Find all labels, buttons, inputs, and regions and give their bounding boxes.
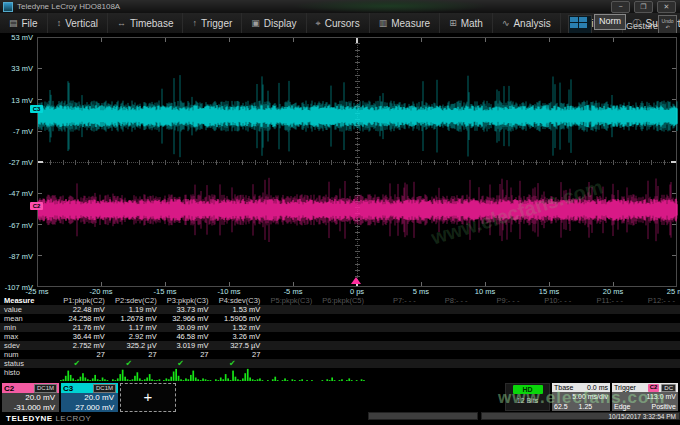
measure-cell: 22.48 mV [58, 305, 110, 314]
measure-col-header-p12[interactable]: P12:- - - [628, 296, 680, 305]
measure-col-header-p8[interactable]: P8:- - - [421, 296, 473, 305]
measure-cell: 1.52 mV [213, 323, 265, 332]
menu-item-trigger[interactable]: ↑Trigger [183, 13, 242, 33]
histo-chart-p4 [213, 368, 265, 382]
channel-offset: -31.000 mV [2, 403, 59, 413]
title-bar: Teledyne LeCroy HDO8108A − ❐ ✕ [0, 0, 680, 13]
y-axis-label: -67 mV [0, 221, 33, 230]
menu-item-display[interactable]: ▣Display [242, 13, 306, 33]
measure-cell [317, 323, 369, 332]
status-check: ✔ [162, 359, 214, 368]
x-axis-label: -20 ms [90, 287, 113, 296]
add-channel-button[interactable]: + [120, 383, 176, 412]
measure-cell [524, 350, 576, 359]
x-axis-label: 25 ms [667, 287, 680, 296]
channel-zero-marker-c3[interactable]: C3 [30, 105, 43, 113]
menu-item-timebase[interactable]: ↔Timebase [108, 13, 184, 33]
channel-id-label: C3 [63, 384, 73, 393]
measure-cell: 327.5 µV [213, 341, 265, 350]
measure-cell: 3.019 mV [162, 341, 214, 350]
x-axis-label: -15 ms [154, 287, 177, 296]
measure-cell [317, 341, 369, 350]
volts-per-div: 20.0 mV [2, 393, 59, 403]
measure-col-header-p3[interactable]: P3:pkpk(C3) [162, 296, 214, 305]
measure-cell [369, 305, 421, 314]
channel-descriptor-c3[interactable]: C3DC1M20.0 mV27.000 mV [61, 383, 118, 412]
norm-button[interactable]: Norm [594, 14, 626, 30]
measure-cell [369, 332, 421, 341]
menu-item-label: Display [264, 18, 297, 29]
menu-item-label: Measure [391, 18, 430, 29]
measure-col-header-p4[interactable]: P4:sdev(C3) [213, 296, 265, 305]
measure-cell [369, 350, 421, 359]
trigger-time-marker[interactable] [351, 277, 361, 284]
measure-col-header-p1[interactable]: P1:pkpk(C2) [58, 296, 110, 305]
status-check [473, 359, 525, 368]
measure-row-label: num [0, 350, 58, 359]
menu-item-cursors[interactable]: ⌖Cursors [307, 13, 370, 33]
vertical-arrows-icon: ↕ [57, 18, 62, 28]
display-icon: ▣ [251, 18, 260, 28]
app-icon [3, 2, 13, 12]
histo-chart-p5 [265, 368, 317, 382]
measure-col-header-p11[interactable]: P11:- - - [576, 296, 628, 305]
y-axis-label: 33 mV [0, 64, 33, 73]
measure-cell [369, 323, 421, 332]
measure-cell [576, 332, 628, 341]
measure-cell [265, 341, 317, 350]
menu-item-measure[interactable]: ▥Measure [370, 13, 440, 33]
histo-chart-p12 [628, 368, 680, 382]
measure-ruler-icon: ▥ [379, 18, 388, 28]
measure-cell [524, 341, 576, 350]
measure-cell [628, 332, 680, 341]
x-axis-label: 20 ms [603, 287, 623, 296]
measure-cell: 27 [58, 350, 110, 359]
close-button[interactable]: ✕ [657, 1, 676, 13]
measure-cell: 46.58 mV [162, 332, 214, 341]
measure-col-header-p9[interactable]: P9:- - - [473, 296, 525, 305]
status-check [317, 359, 369, 368]
measure-cell [421, 323, 473, 332]
gesture-label[interactable]: Gesture [626, 21, 658, 31]
channel-zero-marker-c2[interactable]: C2 [30, 202, 43, 210]
measure-cell [473, 305, 525, 314]
measure-cell [524, 305, 576, 314]
measure-cell [317, 350, 369, 359]
measure-cell [265, 314, 317, 323]
measure-cell [576, 314, 628, 323]
measure-cell: 36.44 mV [58, 332, 110, 341]
undo-button[interactable]: Undo↶ [658, 15, 677, 35]
minimize-button[interactable]: − [611, 1, 630, 13]
measure-col-header-p2[interactable]: P2:sdev(C2) [110, 296, 162, 305]
measure-row-label: histo [0, 368, 58, 382]
menu-item-file[interactable]: ▤File [0, 13, 48, 33]
coupling-badge: DC1M [93, 384, 116, 393]
measure-cell [421, 332, 473, 341]
x-axis-label: -25 ms [26, 287, 49, 296]
maximize-button[interactable]: ❐ [634, 1, 653, 13]
menu-item-label: Cursors [325, 18, 360, 29]
measure-cell [628, 341, 680, 350]
menu-item-analysis[interactable]: ∿Analysis [493, 13, 561, 33]
oscilloscope-window: Teledyne LeCroy HDO8108A − ❐ ✕ ▤File↕Ver… [0, 0, 680, 425]
measure-col-header-p10[interactable]: P10:- - - [524, 296, 576, 305]
x-axis-label: -10 ms [218, 287, 241, 296]
bottom-bar: TELEDYNE LECROY 10/15/2017 3:32:54 PM [0, 412, 680, 425]
grid-layout-button[interactable] [568, 15, 592, 34]
measure-col-header-p5[interactable]: P5:pkpk(C3) [265, 296, 317, 305]
measure-col-header-p7[interactable]: P7:- - - [369, 296, 421, 305]
menu-item-math[interactable]: ⊞Math [440, 13, 493, 33]
math-calculator-icon: ⊞ [449, 18, 457, 28]
measure-cell [524, 314, 576, 323]
channel-descriptor-c2[interactable]: C2DC1M20.0 mV-31.000 mV [2, 383, 59, 412]
channel-offset: 27.000 mV [61, 403, 118, 413]
measure-col-header-p6[interactable]: P6:pkpk(C5) [317, 296, 369, 305]
histo-chart-p7 [369, 368, 421, 382]
measure-cell [265, 305, 317, 314]
menu-item-label: Trigger [201, 18, 232, 29]
y-axis-label: -7 mV [0, 127, 33, 136]
measure-cell: 32.966 mV [162, 314, 214, 323]
measure-cell: 33.73 mV [162, 305, 214, 314]
measure-cell [317, 305, 369, 314]
menu-item-vertical[interactable]: ↕Vertical [48, 13, 108, 33]
